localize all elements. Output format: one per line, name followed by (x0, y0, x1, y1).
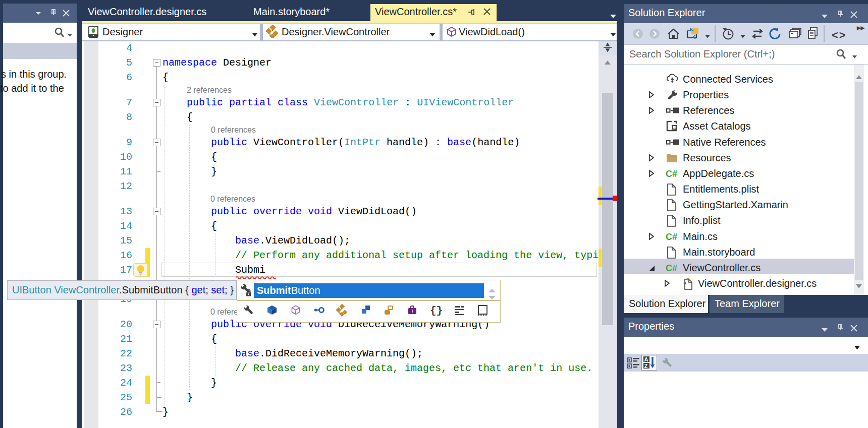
svg-text:C#: C# (666, 263, 677, 273)
svg-text:C#: C# (666, 231, 677, 241)
svg-text:{}: {} (430, 305, 442, 317)
svg-text:A: A (644, 356, 648, 362)
svg-text:C#: C# (666, 168, 677, 178)
svg-text:Z: Z (644, 363, 648, 369)
